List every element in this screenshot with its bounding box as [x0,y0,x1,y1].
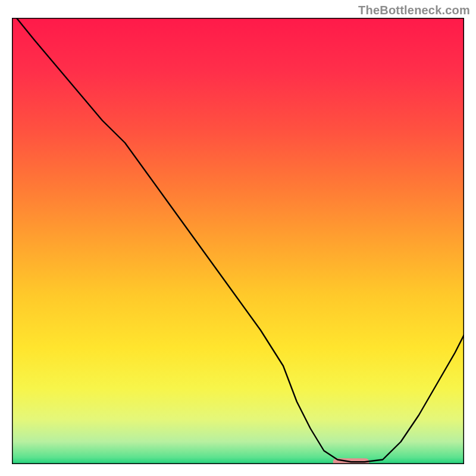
watermark-text: TheBottleneck.com [358,4,470,17]
bottleneck-chart [0,0,476,476]
plot-area [12,18,464,465]
gradient-background [12,18,464,464]
chart-container: TheBottleneck.com [0,0,476,476]
